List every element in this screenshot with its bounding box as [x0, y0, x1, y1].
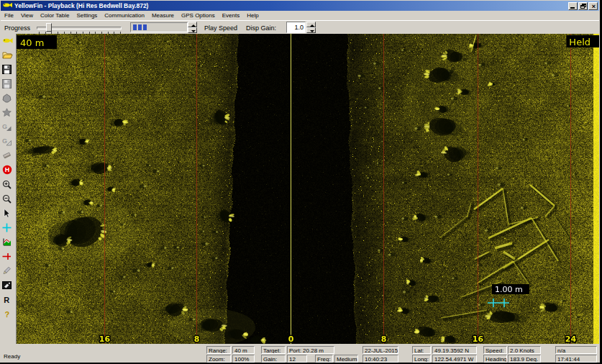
invert-colors-icon[interactable] — [2, 280, 14, 291]
gain-manual-icon[interactable]: G — [2, 136, 14, 147]
yellowfin-icon[interactable] — [2, 35, 14, 47]
sonar-display[interactable] — [17, 34, 599, 344]
open-file-icon[interactable] — [2, 50, 14, 61]
disp-gain-spinner[interactable] — [306, 22, 316, 33]
target-marker-icon[interactable] — [2, 222, 14, 234]
menu-color-table[interactable]: Color Table — [37, 12, 73, 19]
disp-gain-label: Disp Gain: — [246, 24, 276, 32]
status-heading-value: 183.9 Deg. — [508, 355, 541, 363]
app-window: YellowFin - Playback (Hi Res Bedwell Bay… — [0, 0, 600, 363]
save-target-icon[interactable] — [2, 78, 14, 90]
toolbar: Progress Play Speed Disp Gain: 1.0 — [1, 20, 599, 34]
star-icon[interactable] — [2, 107, 14, 119]
svg-text:G: G — [2, 137, 7, 145]
menu-measure[interactable]: Measure — [148, 12, 178, 19]
play-speed-spinner[interactable] — [188, 22, 197, 33]
status-time2-value: 17:41:44 — [555, 355, 597, 363]
status-bar: Ready Range:40 mTarget:Port: 20.28 m22-J… — [0, 345, 600, 363]
left-toolbar: GGHR? — [0, 34, 17, 344]
svg-text:?: ? — [4, 310, 9, 319]
status-freq-value: Medium — [334, 355, 358, 363]
window-title: YellowFin - Playback (Hi Res Bedwell Bay… — [14, 2, 567, 9]
status-range-value: 40 m — [232, 346, 255, 354]
title-bar[interactable]: YellowFin - Playback (Hi Res Bedwell Bay… — [1, 1, 599, 11]
measure-icon[interactable] — [2, 251, 14, 263]
status-zoom-label: Zoom: — [206, 355, 231, 363]
status-long-value: 122.54.4971 W — [432, 355, 477, 363]
status-date-value: 22-JUL-2015 — [362, 346, 398, 354]
status-speed-label: Speed: — [483, 346, 507, 354]
close-button[interactable]: × — [588, 2, 598, 10]
menu-events[interactable]: Events — [219, 12, 243, 19]
menu-bar: FileViewColor TableSettingsCommunication… — [1, 11, 599, 20]
status-zoom-value: 100% — [232, 355, 255, 363]
menu-help[interactable]: Help — [243, 12, 262, 19]
status-time-value: 10:40:23 — [362, 355, 398, 363]
restore-button[interactable] — [578, 2, 588, 10]
play-speed-segment — [138, 24, 142, 30]
play-speed-bar — [130, 22, 188, 32]
pencil-icon[interactable] — [2, 265, 14, 277]
main-area: GGHR? — [0, 34, 600, 345]
play-speed-segment — [143, 24, 147, 30]
svg-text:H: H — [5, 166, 10, 173]
menu-settings[interactable]: Settings — [73, 12, 101, 19]
status-target-value: Port: 20.28 m — [287, 346, 334, 354]
disp-gain-input[interactable]: 1.0 — [286, 22, 306, 33]
menu-communication[interactable]: Communication — [101, 12, 148, 19]
help-icon[interactable]: ? — [2, 309, 14, 320]
progress-label: Progress — [4, 24, 30, 32]
menu-gps-options[interactable]: GPS Options — [178, 12, 219, 19]
zoom-in-icon[interactable] — [2, 179, 14, 191]
status-lat-label: Lat: — [412, 346, 431, 354]
play-speed-label: Play Speed — [204, 24, 237, 32]
progress-slider[interactable] — [37, 22, 122, 34]
menu-file[interactable]: File — [1, 12, 17, 19]
slider-thumb[interactable] — [46, 23, 52, 32]
save-icon[interactable] — [2, 64, 14, 76]
svg-text:R: R — [4, 296, 9, 304]
record-icon[interactable]: R — [2, 294, 14, 306]
hold-icon[interactable]: H — [2, 165, 14, 176]
status-gain-value: 12 — [287, 355, 307, 363]
status-gain-label: Gain: — [261, 355, 286, 363]
gain-auto-icon[interactable]: G — [2, 122, 14, 133]
pointer-icon[interactable] — [2, 208, 14, 219]
status-extra-value: n/a — [555, 346, 597, 354]
zoom-out-icon[interactable] — [2, 194, 14, 205]
status-target-label: Target: — [261, 346, 286, 354]
status-long-label: Long: — [412, 355, 431, 363]
status-ready: Ready — [4, 353, 20, 360]
minimize-button[interactable] — [568, 2, 578, 10]
profile-icon[interactable] — [2, 237, 14, 248]
play-speed-segment — [133, 24, 137, 30]
menu-view[interactable]: View — [17, 12, 37, 19]
eraser-icon[interactable] — [2, 150, 14, 162]
svg-text:G: G — [2, 123, 7, 130]
shell-icon[interactable] — [2, 93, 14, 104]
status-lat-value: 49.19.3592 N — [432, 346, 477, 354]
status-freq-label: Freq: — [315, 355, 333, 363]
status-heading-label: Heading: — [483, 355, 507, 363]
status-speed-value: 2.0 Knots — [508, 346, 541, 354]
status-range-label: Range: — [206, 346, 231, 354]
